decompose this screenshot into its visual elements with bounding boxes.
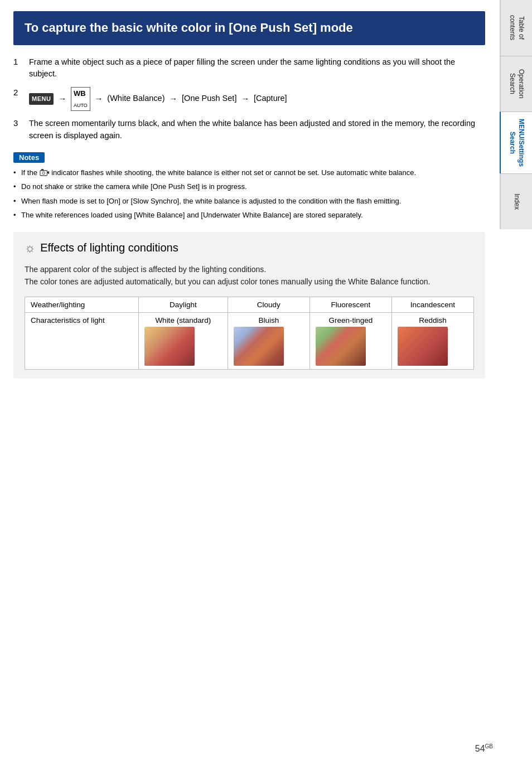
title-box: To capture the basic white color in [One… — [13, 11, 485, 45]
col-header-incandescent: Incandescent — [391, 297, 473, 313]
notes-section: Notes If the indicator flashes while sho… — [13, 152, 485, 221]
effects-section: ☼ Effects of lighting conditions The app… — [13, 232, 485, 379]
cloudy-image — [234, 327, 284, 366]
effects-desc-2: The color tones are adjusted automatical… — [25, 277, 430, 286]
col-header-fluorescent: Fluorescent — [309, 297, 391, 313]
table-characteristics-row: Characteristics of light White (standard… — [25, 313, 474, 370]
wb-icon: WB AUTO — [71, 87, 90, 111]
svg-rect-0 — [40, 171, 47, 176]
sidebar-tab-index-label: Index — [512, 193, 521, 210]
step-2-text: MENU → WB AUTO → (White Balance) → [One … — [29, 87, 485, 111]
menu-button-icon: MENU — [29, 93, 54, 105]
auto-text: AUTO — [74, 103, 88, 108]
note-1-text: indicator flashes while shooting, the wh… — [51, 168, 416, 177]
step-1-number: 1 — [13, 56, 29, 66]
cell-daylight: White (standard) — [138, 313, 228, 370]
incandescent-label: Reddish — [419, 316, 447, 325]
note-2: Do not shake or strike the camera while … — [13, 181, 485, 192]
notes-list: If the indicator flashes while shooting,… — [13, 167, 485, 221]
page-suffix: GB — [485, 743, 493, 749]
step-2-onepush: [One Push Set] — [182, 94, 236, 103]
effects-description: The apparent color of the subject is aff… — [25, 263, 474, 288]
effects-title: ☼ Effects of lighting conditions — [25, 241, 474, 255]
sidebar-tab-operation[interactable]: OperationSearch — [500, 56, 532, 112]
step-2-number: 2 — [13, 87, 29, 97]
note-1: If the indicator flashes while shooting,… — [13, 167, 485, 178]
note-4: The white references loaded using [White… — [13, 210, 485, 221]
table-header-row: Weather/lighting Daylight Cloudy Fluores… — [25, 297, 474, 313]
notes-label: Notes — [13, 152, 45, 163]
step-1-text: Frame a white object such as a piece of … — [29, 56, 485, 81]
svg-rect-2 — [41, 169, 43, 171]
arrow-3: → — [170, 93, 178, 105]
camera-icon — [40, 168, 50, 176]
cloudy-label: Bluish — [258, 316, 279, 325]
fluorescent-image — [316, 327, 366, 366]
sidebar-tab-menu[interactable]: MENU/SettingsSearch — [500, 112, 532, 173]
sidebar-tab-index[interactable]: Index — [500, 173, 532, 229]
svg-marker-1 — [47, 171, 49, 174]
col-header-lighting: Weather/lighting — [25, 297, 139, 313]
daylight-label: White (standard) — [155, 316, 211, 325]
effects-desc-1: The apparent color of the subject is aff… — [25, 265, 266, 274]
arrow-1: → — [58, 93, 66, 105]
col-header-daylight: Daylight — [138, 297, 228, 313]
cell-cloudy: Bluish — [228, 313, 309, 370]
page-number: 54GB — [475, 743, 493, 754]
svg-point-3 — [42, 172, 45, 175]
sidebar-tab-operation-label: OperationSearch — [507, 69, 525, 99]
cell-incandescent: Reddish — [391, 313, 473, 370]
col-header-cloudy: Cloudy — [228, 297, 309, 313]
arrow-4: → — [241, 93, 249, 105]
step-1: 1 Frame a white object such as a piece o… — [13, 56, 485, 81]
page-number-value: 54 — [475, 744, 485, 753]
step-3: 3 The screen momentarily turns black, an… — [13, 118, 485, 142]
page-title: To capture the basic white color in [One… — [25, 20, 474, 36]
row-label-characteristics: Characteristics of light — [25, 313, 139, 370]
sidebar-tab-toc-label: Table ofcontents — [507, 15, 525, 40]
arrow-2: → — [95, 93, 103, 105]
sidebar-tab-menu-label: MENU/SettingsSearch — [507, 119, 525, 167]
note-3: When flash mode is set to [On] or [Slow … — [13, 196, 485, 207]
main-content: To capture the basic white color in [One… — [0, 0, 499, 401]
cell-fluorescent: Green-tinged — [309, 313, 391, 370]
sun-icon: ☼ — [25, 241, 36, 255]
sidebar-tab-toc[interactable]: Table ofcontents — [500, 0, 532, 56]
effects-title-text: Effects of lighting conditions — [40, 241, 178, 254]
daylight-image — [144, 327, 195, 366]
step-3-text: The screen momentarily turns black, and … — [29, 118, 485, 142]
step-2-wb-label: (White Balance) — [107, 94, 165, 103]
steps-section: 1 Frame a white object such as a piece o… — [13, 56, 485, 142]
lighting-table: Weather/lighting Daylight Cloudy Fluores… — [25, 297, 474, 370]
sidebar: Table ofcontents OperationSearch MENU/Se… — [500, 0, 532, 765]
incandescent-image — [398, 327, 448, 366]
wb-text: WB — [74, 89, 86, 98]
step-3-number: 3 — [13, 118, 29, 128]
step-2-capture: [Capture] — [254, 94, 287, 103]
step-2: 2 MENU → WB AUTO → (White Balance) → [On… — [13, 87, 485, 111]
fluorescent-label: Green-tinged — [328, 316, 373, 325]
